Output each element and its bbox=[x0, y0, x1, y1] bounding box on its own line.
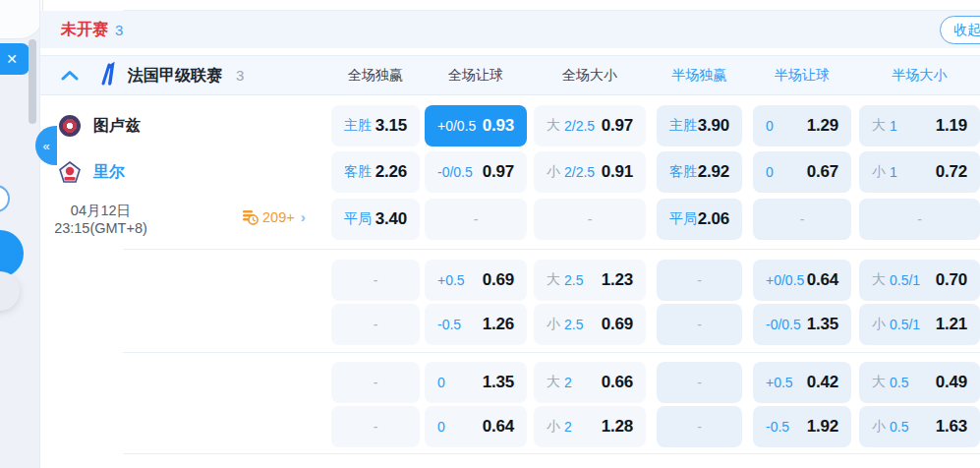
odds-selection: 大0.5/1 bbox=[872, 271, 920, 289]
odds-value: 1.21 bbox=[936, 315, 967, 334]
odds-cell[interactable]: 01.29 bbox=[753, 105, 851, 146]
collapse-button[interactable]: 收起 bbox=[940, 16, 980, 44]
odds-cell[interactable]: 小2/2.50.91 bbox=[534, 151, 646, 193]
odds-value: 0.42 bbox=[807, 373, 838, 392]
odds-cell[interactable]: +0/0.50.93 bbox=[425, 105, 527, 146]
group-divider bbox=[123, 249, 980, 250]
odds-label: 大 bbox=[872, 271, 886, 289]
odds-cell-empty: - bbox=[657, 362, 742, 403]
odds-cell[interactable]: +0/0.50.64 bbox=[753, 260, 851, 301]
odds-cell[interactable]: 大20.66 bbox=[534, 362, 646, 403]
widget-ring-circle bbox=[0, 185, 10, 212]
home-team-row[interactable]: 图卢兹 bbox=[59, 115, 141, 137]
odds-cell[interactable]: 主胜3.15 bbox=[331, 105, 420, 146]
odds-cell[interactable]: 大11.19 bbox=[859, 105, 980, 146]
column-header: 半场大小 bbox=[859, 55, 980, 95]
chevron-up-icon[interactable] bbox=[61, 70, 79, 81]
odds-cell[interactable]: -0/0.50.97 bbox=[425, 151, 527, 193]
odds-cell[interactable]: 平局2.06 bbox=[657, 199, 742, 240]
widget-blue-circle[interactable] bbox=[0, 230, 24, 277]
odds-label: 小 bbox=[547, 316, 560, 333]
empty-odds-dash: - bbox=[374, 419, 378, 435]
odds-cell[interactable]: -0.51.92 bbox=[753, 406, 851, 447]
odds-cell[interactable]: 客胜2.26 bbox=[331, 151, 420, 193]
odds-line: 0.5/1 bbox=[890, 317, 920, 332]
odds-line: +0/0.5 bbox=[437, 118, 476, 134]
close-icon[interactable]: ✕ bbox=[0, 43, 29, 75]
odds-cell[interactable]: 客胜2.92 bbox=[657, 151, 742, 193]
odds-cell[interactable]: -0/0.51.35 bbox=[753, 304, 851, 345]
odds-selection: 平局 bbox=[669, 210, 697, 228]
odds-line: 0 bbox=[766, 118, 774, 134]
league-name[interactable]: 法国甲级联赛 bbox=[128, 55, 222, 95]
odds-cell[interactable]: 00.67 bbox=[753, 151, 851, 193]
odds-selection: 小2 bbox=[547, 418, 572, 436]
more-markets-link[interactable]: 209+ › bbox=[242, 208, 306, 225]
odds-line: 0 bbox=[766, 164, 774, 180]
odds-cell[interactable]: 小2.50.69 bbox=[534, 304, 646, 345]
match-time: 23:15(GMT+8) bbox=[44, 219, 157, 237]
odds-cell[interactable]: 主胜3.90 bbox=[657, 105, 742, 146]
odds-value: 1.35 bbox=[807, 315, 838, 334]
empty-odds-dash: - bbox=[697, 419, 702, 435]
odds-value: 2.06 bbox=[698, 209, 729, 229]
odds-cell[interactable]: 大2.51.23 bbox=[534, 260, 646, 301]
odds-line: 2 bbox=[564, 419, 572, 435]
odds-cell[interactable]: 大0.50.49 bbox=[859, 362, 980, 403]
odds-cell[interactable]: +0.50.42 bbox=[753, 362, 851, 403]
odds-cell[interactable]: 大0.5/10.70 bbox=[859, 260, 980, 301]
odds-line: 2.5 bbox=[564, 317, 583, 332]
odds-cell[interactable]: 大2/2.50.97 bbox=[534, 105, 646, 146]
home-team-logo-icon bbox=[59, 115, 81, 137]
odds-value: 0.64 bbox=[483, 417, 514, 437]
odds-cell[interactable]: 01.35 bbox=[425, 362, 527, 403]
odds-value: 0.64 bbox=[807, 270, 838, 290]
odds-cell[interactable]: 小0.5/11.21 bbox=[859, 304, 980, 345]
league-match-count: 3 bbox=[236, 55, 244, 95]
odds-cell[interactable]: -0.51.26 bbox=[425, 304, 527, 345]
column-header: 半场独赢 bbox=[657, 55, 742, 95]
odds-cell[interactable]: +0.50.69 bbox=[425, 260, 527, 301]
match-datetime: 04月12日 23:15(GMT+8) bbox=[44, 202, 157, 237]
odds-cell[interactable]: 小21.28 bbox=[534, 406, 646, 447]
odds-cell[interactable]: 00.64 bbox=[425, 406, 527, 447]
odds-line: -0.5 bbox=[437, 317, 461, 332]
odds-line: -0/0.5 bbox=[437, 164, 473, 180]
away-team-logo-icon bbox=[59, 161, 81, 183]
odds-cell[interactable]: 平局3.40 bbox=[331, 199, 420, 240]
away-team-row[interactable]: 里尔 bbox=[59, 161, 125, 183]
odds-selection: 小0.5/1 bbox=[872, 316, 920, 333]
group-divider bbox=[123, 453, 980, 454]
odds-value: 0.91 bbox=[602, 162, 633, 182]
odds-value: 0.67 bbox=[807, 162, 838, 182]
odds-label: 平局 bbox=[344, 210, 372, 228]
odds-cell-empty: - bbox=[425, 199, 527, 240]
odds-line: +0.5 bbox=[766, 375, 793, 390]
odds-line: 2/2.5 bbox=[564, 118, 595, 134]
odds-cell[interactable]: 小10.72 bbox=[859, 151, 980, 193]
odds-selection: 0 bbox=[766, 164, 774, 180]
left-widget-strip: ✕ bbox=[0, 0, 39, 468]
column-header: 全场大小 bbox=[534, 55, 646, 95]
widget-gray-circle[interactable] bbox=[0, 271, 20, 311]
empty-odds-dash: - bbox=[588, 211, 593, 227]
odds-selection: 小1 bbox=[872, 163, 897, 181]
odds-value: 1.92 bbox=[807, 417, 838, 437]
odds-line: +0.5 bbox=[437, 272, 465, 288]
odds-value: 0.93 bbox=[483, 116, 514, 136]
odds-selection: 0 bbox=[437, 419, 445, 435]
empty-odds-dash: - bbox=[374, 272, 378, 288]
odds-cell-empty: - bbox=[534, 199, 646, 240]
odds-selection: 0 bbox=[437, 375, 445, 390]
home-team-name: 图卢兹 bbox=[93, 116, 141, 137]
scrollbar[interactable] bbox=[29, 39, 36, 124]
odds-value: 1.19 bbox=[936, 116, 967, 136]
odds-cell[interactable]: 小0.51.63 bbox=[859, 406, 980, 447]
odds-value: 1.28 bbox=[602, 417, 633, 437]
odds-line: 2 bbox=[564, 375, 572, 390]
odds-selection: 平局 bbox=[344, 210, 372, 228]
odds-cell-empty: - bbox=[753, 199, 851, 240]
odds-value: 2.26 bbox=[375, 162, 407, 182]
column-header: 半场让球 bbox=[753, 55, 851, 95]
odds-label: 小 bbox=[872, 316, 886, 333]
